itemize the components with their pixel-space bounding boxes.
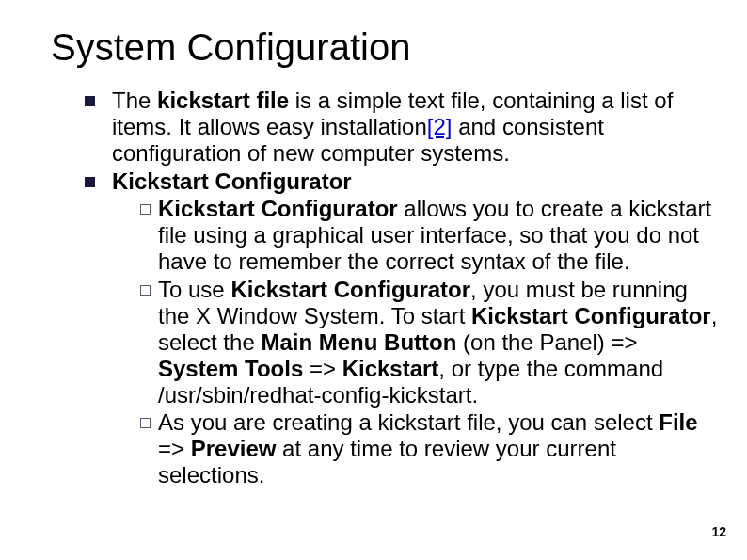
slide-title: System Configuration [51, 26, 719, 69]
content-area: The kickstart file is a simple text file… [85, 88, 719, 489]
text-bold: File [659, 409, 697, 435]
text-fragment: The [112, 88, 157, 113]
text-fragment: As you are creating a kickstart file, yo… [158, 409, 659, 435]
sub-item-1: Kickstart Configurator allows you to cre… [140, 196, 719, 275]
text-bold: Kickstart Configurator [158, 196, 398, 221]
sub-text-1: Kickstart Configurator allows you to cre… [158, 196, 719, 275]
sub-square-icon [140, 204, 151, 215]
text-fragment: (on the Panel) => [456, 329, 637, 355]
text-bold: Main Menu Button [261, 329, 456, 355]
text-bold: Kickstart [342, 356, 439, 381]
text-fragment: => [158, 436, 191, 461]
bullet-item-2: Kickstart Configurator Kickstart Configu… [85, 168, 719, 489]
text-fragment: To use [158, 277, 230, 302]
sub-item-3: As you are creating a kickstart file, yo… [140, 409, 719, 488]
sub-item-2: To use Kickstart Configurator, you must … [140, 277, 719, 408]
text-bold: Preview [191, 436, 277, 461]
page-number: 12 [711, 524, 726, 539]
text-bold: Kickstart Configurator [112, 168, 352, 194]
bullet-item-1: The kickstart file is a simple text file… [85, 88, 719, 167]
bullet-square-icon [85, 177, 95, 187]
text-fragment: => [303, 356, 342, 381]
sub-square-icon [140, 418, 151, 428]
sub-square-icon [140, 285, 151, 296]
text-bold: kickstart file [157, 88, 289, 113]
sub-list: Kickstart Configurator allows you to cre… [140, 196, 719, 488]
bullet-square-icon [85, 96, 95, 106]
citation-link[interactable]: [2] [427, 114, 453, 139]
text-bold: System Tools [158, 356, 303, 381]
sub-text-3: As you are creating a kickstart file, yo… [158, 409, 719, 488]
text-bold: Kickstart Configurator [471, 303, 711, 328]
text-bold: Kickstart Configurator [230, 277, 470, 302]
bullet-text-2: Kickstart Configurator Kickstart Configu… [112, 168, 719, 489]
sub-text-2: To use Kickstart Configurator, you must … [158, 277, 719, 408]
bullet-text-1: The kickstart file is a simple text file… [112, 88, 719, 167]
